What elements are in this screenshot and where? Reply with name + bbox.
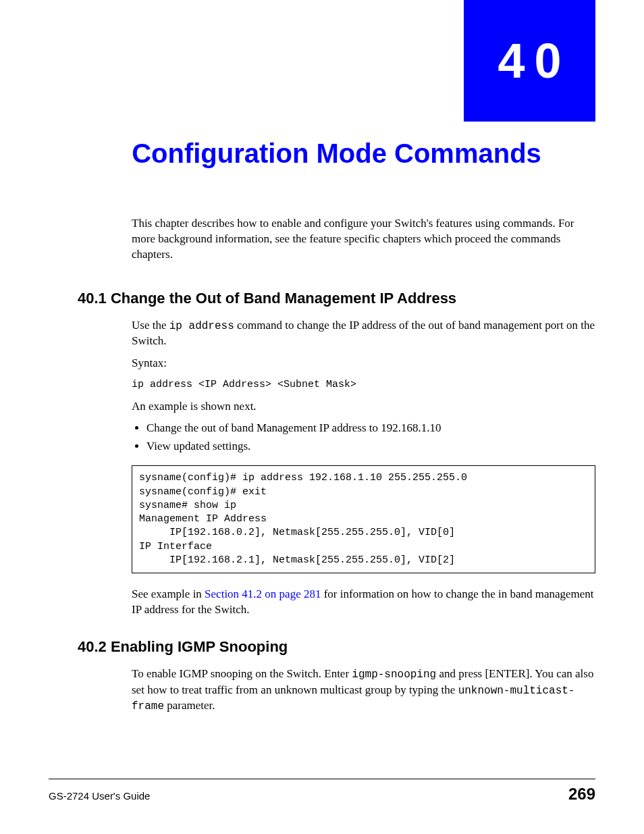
page: 40 Configuration Mode Commands This chap… (0, 0, 644, 834)
section-heading-40-2: 40.2 Enabling IGMP Snooping (78, 638, 595, 656)
s1-paragraph-3: See example in Section 41.2 on page 281 … (132, 587, 595, 618)
inline-code-ip-address: ip address (169, 320, 234, 332)
text: Use the (132, 319, 169, 332)
footer-page-number: 269 (568, 785, 595, 804)
list-item: Change the out of band Management IP add… (146, 421, 595, 436)
cross-reference-link[interactable]: Section 41.2 on page 281 (205, 588, 321, 600)
chapter-title: Configuration Mode Commands (78, 138, 595, 169)
list-item: View updated settings. (146, 439, 595, 454)
code-block: sysname(config)# ip address 192.168.1.10… (132, 465, 595, 573)
text: See example in (132, 588, 205, 600)
inline-code-igmp-snooping: igmp-snooping (352, 669, 436, 681)
content-area: Configuration Mode Commands This chapter… (78, 138, 595, 721)
s1-paragraph-2: An example is shown next. (132, 399, 595, 415)
chapter-number-box: 40 (464, 0, 595, 122)
chapter-number: 40 (488, 36, 570, 85)
syntax-label: Syntax: (132, 356, 595, 371)
text: parameter. (164, 699, 215, 712)
section-heading-40-1: 40.1 Change the Out of Band Management I… (78, 290, 595, 307)
text: To enable IGMP snooping on the Switch. E… (132, 667, 352, 680)
footer-guide-name: GS-2724 User's Guide (49, 790, 150, 802)
s1-paragraph-1: Use the ip address command to change the… (132, 318, 595, 350)
syntax-line: ip address <IP Address> <Subnet Mask> (132, 378, 595, 392)
section-40-2-body: To enable IGMP snooping on the Switch. E… (132, 667, 595, 714)
page-footer: GS-2724 User's Guide 269 (49, 779, 595, 804)
section-40-1-body: Use the ip address command to change the… (132, 318, 595, 618)
s2-paragraph-1: To enable IGMP snooping on the Switch. E… (132, 667, 595, 714)
bullet-list: Change the out of band Management IP add… (132, 421, 595, 454)
intro-paragraph: This chapter describes how to enable and… (132, 216, 595, 263)
